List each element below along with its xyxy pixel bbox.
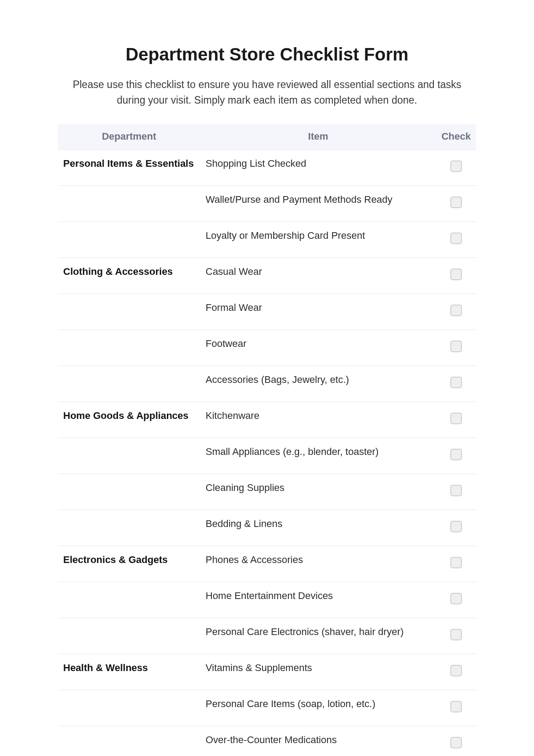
- table-row: Clothing & AccessoriesCasual Wear: [58, 258, 476, 294]
- page-intro: Please use this checklist to ensure you …: [71, 77, 463, 108]
- department-cell: [58, 186, 200, 222]
- item-cell: Kitchenware: [200, 402, 436, 438]
- table-row: Home Goods & AppliancesKitchenware: [58, 402, 476, 438]
- table-row: Small Appliances (e.g., blender, toaster…: [58, 438, 476, 474]
- item-cell: Shopping List Checked: [200, 150, 436, 186]
- col-header-item: Item: [200, 124, 436, 150]
- check-cell: [436, 402, 476, 438]
- checkbox[interactable]: [450, 161, 462, 172]
- table-row: Cleaning Supplies: [58, 474, 476, 510]
- department-cell: Clothing & Accessories: [58, 258, 200, 294]
- table-row: Footwear: [58, 330, 476, 366]
- checkbox[interactable]: [450, 593, 462, 604]
- checkbox[interactable]: [450, 701, 462, 712]
- check-cell: [436, 510, 476, 546]
- col-header-department: Department: [58, 124, 200, 150]
- department-cell: [58, 726, 200, 756]
- department-cell: [58, 510, 200, 546]
- department-cell: Personal Items & Essentials: [58, 150, 200, 186]
- department-cell: [58, 222, 200, 258]
- checkbox[interactable]: [450, 377, 462, 388]
- checkbox[interactable]: [450, 269, 462, 280]
- page-title: Department Store Checklist Form: [58, 44, 476, 64]
- check-cell: [436, 582, 476, 618]
- item-cell: Home Entertainment Devices: [200, 582, 436, 618]
- department-cell: [58, 618, 200, 654]
- department-cell: [58, 294, 200, 330]
- item-cell: Personal Care Electronics (shaver, hair …: [200, 618, 436, 654]
- table-row: Wallet/Purse and Payment Methods Ready: [58, 186, 476, 222]
- checkbox[interactable]: [450, 341, 462, 352]
- check-cell: [436, 366, 476, 402]
- item-cell: Wallet/Purse and Payment Methods Ready: [200, 186, 436, 222]
- table-row: Personal Items & EssentialsShopping List…: [58, 150, 476, 186]
- department-cell: [58, 474, 200, 510]
- department-cell: [58, 366, 200, 402]
- check-cell: [436, 726, 476, 756]
- checkbox[interactable]: [450, 629, 462, 640]
- table-row: Health & WellnessVitamins & Supplements: [58, 654, 476, 690]
- check-cell: [436, 150, 476, 186]
- department-cell: [58, 330, 200, 366]
- table-row: Personal Care Items (soap, lotion, etc.): [58, 690, 476, 726]
- checkbox[interactable]: [450, 665, 462, 676]
- check-cell: [436, 618, 476, 654]
- checklist-table: Department Item Check Personal Items & E…: [58, 124, 476, 756]
- check-cell: [436, 690, 476, 726]
- table-row: Personal Care Electronics (shaver, hair …: [58, 618, 476, 654]
- item-cell: Over-the-Counter Medications: [200, 726, 436, 756]
- table-row: Loyalty or Membership Card Present: [58, 222, 476, 258]
- item-cell: Bedding & Linens: [200, 510, 436, 546]
- checkbox[interactable]: [450, 485, 462, 496]
- item-cell: Phones & Accessories: [200, 546, 436, 582]
- checkbox[interactable]: [450, 413, 462, 424]
- check-cell: [436, 474, 476, 510]
- department-cell: Health & Wellness: [58, 654, 200, 690]
- check-cell: [436, 294, 476, 330]
- item-cell: Casual Wear: [200, 258, 436, 294]
- table-row: Home Entertainment Devices: [58, 582, 476, 618]
- checkbox[interactable]: [450, 197, 462, 208]
- department-cell: [58, 582, 200, 618]
- item-cell: Vitamins & Supplements: [200, 654, 436, 690]
- item-cell: Cleaning Supplies: [200, 474, 436, 510]
- check-cell: [436, 222, 476, 258]
- table-row: Over-the-Counter Medications: [58, 726, 476, 756]
- check-cell: [436, 438, 476, 474]
- checkbox[interactable]: [450, 449, 462, 460]
- item-cell: Loyalty or Membership Card Present: [200, 222, 436, 258]
- department-cell: [58, 690, 200, 726]
- checkbox[interactable]: [450, 233, 462, 244]
- department-cell: Home Goods & Appliances: [58, 402, 200, 438]
- check-cell: [436, 258, 476, 294]
- item-cell: Personal Care Items (soap, lotion, etc.): [200, 690, 436, 726]
- table-row: Formal Wear: [58, 294, 476, 330]
- item-cell: Accessories (Bags, Jewelry, etc.): [200, 366, 436, 402]
- table-header-row: Department Item Check: [58, 124, 476, 150]
- page: Department Store Checklist Form Please u…: [0, 0, 534, 756]
- checkbox[interactable]: [450, 737, 462, 748]
- item-cell: Footwear: [200, 330, 436, 366]
- table-row: Accessories (Bags, Jewelry, etc.): [58, 366, 476, 402]
- item-cell: Small Appliances (e.g., blender, toaster…: [200, 438, 436, 474]
- table-row: Electronics & GadgetsPhones & Accessorie…: [58, 546, 476, 582]
- checkbox[interactable]: [450, 557, 462, 568]
- checkbox[interactable]: [450, 305, 462, 316]
- department-cell: Electronics & Gadgets: [58, 546, 200, 582]
- col-header-check: Check: [436, 124, 476, 150]
- check-cell: [436, 654, 476, 690]
- check-cell: [436, 546, 476, 582]
- table-row: Bedding & Linens: [58, 510, 476, 546]
- checkbox[interactable]: [450, 521, 462, 532]
- department-cell: [58, 438, 200, 474]
- check-cell: [436, 330, 476, 366]
- check-cell: [436, 186, 476, 222]
- item-cell: Formal Wear: [200, 294, 436, 330]
